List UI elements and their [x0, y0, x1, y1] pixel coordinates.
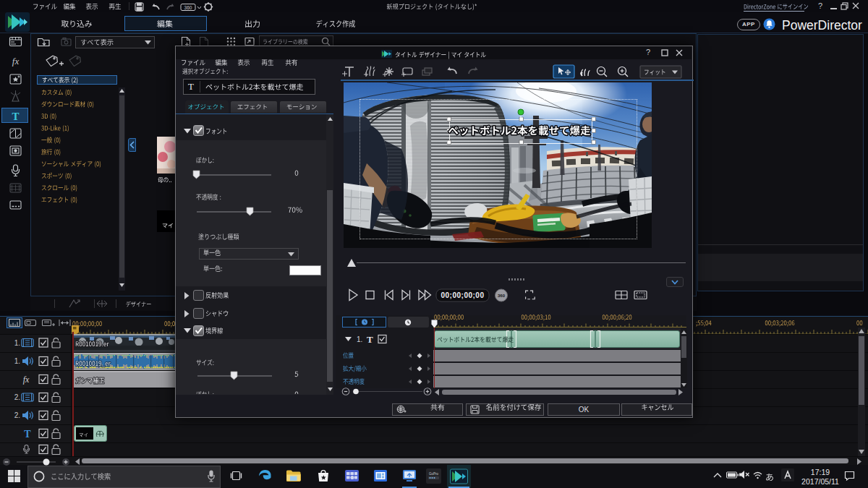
svg-text:T: T: [367, 334, 373, 344]
svg-text:T: T: [24, 429, 31, 440]
svg-text:360: 360: [184, 5, 192, 10]
svg-text:T: T: [12, 111, 19, 122]
svg-text:360: 360: [498, 294, 506, 298]
svg-text:00;00;00;00: 00;00;00;00: [441, 291, 485, 299]
svg-text:1.: 1.: [357, 335, 362, 343]
svg-text:GoPro: GoPro: [429, 472, 439, 476]
svg-text:1.: 1.: [14, 357, 20, 365]
svg-text:2.: 2.: [14, 411, 20, 419]
svg-text:fx: fx: [12, 56, 20, 67]
svg-text:2.: 2.: [14, 393, 20, 401]
svg-text:fx: fx: [23, 374, 30, 385]
svg-text:1.: 1.: [14, 339, 20, 347]
